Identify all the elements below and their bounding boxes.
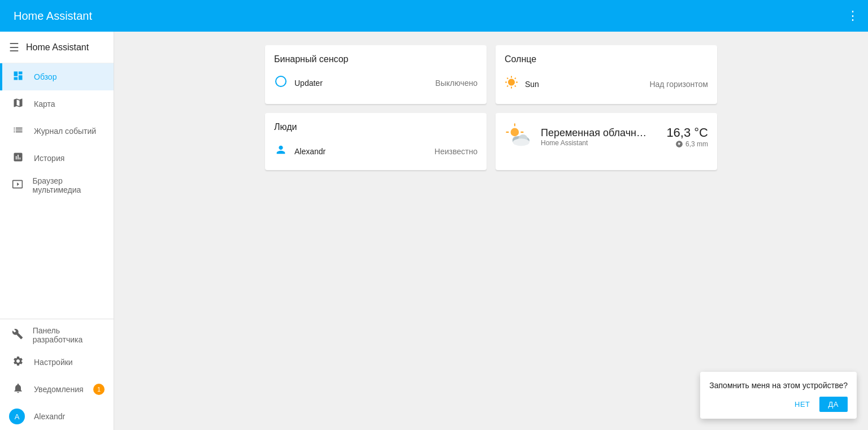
sidebar-bottom: Панель разработчика Настройки Уведомлени… [0, 319, 114, 430]
weather-location: Home Assistant [541, 139, 659, 147]
sidebar-item-history[interactable]: История [0, 145, 114, 172]
sidebar-item-overview[interactable]: Обзор [0, 63, 114, 90]
sidebar-items: Обзор Карта Журнал событий История [0, 63, 114, 319]
remember-yes-button[interactable]: ДА [819, 397, 848, 412]
weather-icon [505, 122, 534, 151]
card-title-sun: Солнце [505, 54, 708, 64]
sun-name: Sun [525, 80, 649, 89]
people-row[interactable]: Alexandr Неизвестно [274, 141, 478, 161]
weather-precip: 6,3 mm [666, 140, 708, 148]
sidebar-item-developer[interactable]: Панель разработчика [0, 322, 114, 349]
main-layout: ☰ Home Assistant Обзор Карта Журна [0, 32, 868, 430]
sidebar-item-notifications[interactable]: Уведомления 1 [0, 376, 114, 403]
user-name: Alexandr [34, 412, 65, 421]
topbar: Home Assistant ⋮ [0, 0, 868, 32]
sidebar-item-media[interactable]: Браузер мультимедиа [0, 172, 114, 199]
developer-icon [11, 328, 24, 342]
sidebar-title-bar: ☰ Home Assistant [0, 32, 114, 63]
remember-text: Запомнить меня на этом устройстве? [709, 381, 848, 390]
weather-temp: 16,3 °C [666, 125, 708, 140]
logbook-icon [11, 124, 25, 138]
binary-sensor-name: Updater [294, 79, 435, 88]
card-weather: Переменная облачн… Home Assistant 16,3 °… [496, 113, 717, 170]
sidebar-item-label: Настройки [34, 358, 73, 367]
sidebar: ☰ Home Assistant Обзор Карта Журна [0, 32, 114, 430]
weather-content[interactable]: Переменная облачн… Home Assistant 16,3 °… [505, 122, 708, 151]
person-state: Неизвестно [435, 147, 478, 156]
sidebar-item-logbook[interactable]: Журнал событий [0, 118, 114, 145]
history-icon [11, 151, 25, 166]
topbar-title: Home Assistant [14, 10, 847, 23]
main-content: Бинарный сенсор Updater Выключено Солнце… [114, 32, 868, 430]
svg-point-0 [511, 128, 519, 137]
media-icon [11, 179, 23, 193]
sidebar-item-label: Уведомления [34, 385, 84, 394]
map-icon [11, 97, 25, 111]
sidebar-item-label: История [34, 154, 64, 163]
more-icon[interactable]: ⋮ [847, 8, 859, 23]
binary-sensor-state: Выключено [435, 79, 478, 88]
sun-icon [505, 76, 518, 93]
card-binary-sensor: Бинарный сенсор Updater Выключено [265, 45, 487, 104]
menu-icon[interactable]: ☰ [9, 41, 19, 54]
sun-state: Над горизонтом [649, 80, 708, 89]
sidebar-app-title: Home Assistant [26, 42, 89, 53]
notifications-icon [11, 383, 25, 397]
weather-right: 16,3 °C 6,3 mm [666, 125, 708, 148]
sidebar-user[interactable]: A Alexandr [0, 403, 114, 430]
sidebar-item-map[interactable]: Карта [0, 90, 114, 118]
binary-sensor-icon [274, 76, 288, 90]
card-title-people: Люди [274, 122, 478, 132]
weather-info: Переменная облачн… Home Assistant [541, 127, 659, 147]
remember-popup: Запомнить меня на этом устройстве? НЕТ Д… [700, 372, 857, 419]
weather-name: Переменная облачн… [541, 127, 659, 139]
sidebar-item-label: Журнал событий [34, 127, 96, 136]
card-title-binary-sensor: Бинарный сенсор [274, 54, 478, 64]
sidebar-item-label: Карта [34, 99, 55, 108]
sun-row[interactable]: Sun Над горизонтом [505, 73, 708, 95]
card-people: Люди Alexandr Неизвестно [265, 113, 487, 170]
person-name: Alexandr [294, 147, 435, 156]
person-icon [274, 144, 288, 159]
sidebar-item-label: Панель разработчика [33, 326, 105, 344]
card-sun: Солнце Sun Над горизонтом [496, 45, 717, 104]
precip-value: 6,3 mm [685, 140, 708, 148]
cards-grid: Бинарный сенсор Updater Выключено Солнце… [265, 45, 717, 170]
svg-point-8 [513, 138, 530, 146]
overview-icon [11, 70, 25, 84]
sidebar-item-label: Обзор [34, 72, 57, 81]
remember-no-button[interactable]: НЕТ [790, 397, 815, 412]
settings-icon [11, 355, 25, 370]
binary-sensor-row[interactable]: Updater Выключено [274, 73, 478, 92]
sidebar-item-label: Браузер мультимедиа [32, 176, 105, 194]
sidebar-item-settings[interactable]: Настройки [0, 349, 114, 376]
user-avatar: A [9, 409, 25, 424]
notifications-badge: 1 [93, 384, 105, 395]
remember-buttons: НЕТ ДА [709, 397, 848, 412]
